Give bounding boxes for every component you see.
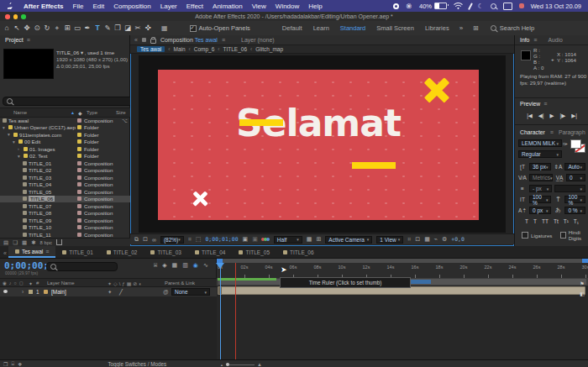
project-row[interactable]: ▾Urban Opener (CC17).aepFolder bbox=[0, 124, 130, 132]
new-folder-icon[interactable]: ❏ bbox=[13, 239, 18, 246]
selection-tool-icon[interactable]: ↖ bbox=[13, 22, 20, 34]
menu-edit[interactable]: Edit bbox=[92, 3, 104, 10]
sort-arrow-icon[interactable]: ▲ bbox=[71, 110, 75, 115]
menu-help[interactable]: Help bbox=[308, 3, 322, 10]
breadcrumb-item[interactable]: Glitch_map bbox=[255, 46, 283, 52]
project-row[interactable]: TITLE_03Composition bbox=[0, 174, 130, 181]
expand-modes-icon[interactable]: ⌸ bbox=[11, 361, 14, 367]
expand-layers-icon[interactable]: ❒ bbox=[3, 361, 8, 367]
puppet-tool-icon[interactable]: ✜ bbox=[144, 22, 151, 34]
interpret-footage-icon[interactable]: ▤ bbox=[3, 239, 8, 246]
play-button[interactable]: ▶ bbox=[550, 113, 554, 119]
project-row[interactable]: TITLE_08Composition bbox=[0, 210, 130, 218]
menu-animation[interactable]: Animation bbox=[213, 3, 243, 10]
project-row[interactable]: TITLE_04Composition bbox=[0, 181, 130, 189]
menubar-clock[interactable]: Wed 13 Oct 20.09 bbox=[531, 3, 581, 10]
breadcrumb-item[interactable]: Main bbox=[173, 46, 185, 52]
project-row[interactable]: TITLE_11Composition bbox=[0, 231, 130, 238]
project-panel-menu-icon[interactable]: ≡ bbox=[27, 37, 30, 43]
layer-effects-icon[interactable]: ╱ bbox=[119, 289, 123, 296]
font-size-dropdown[interactable]: 36 px▾ bbox=[529, 163, 551, 170]
timeline-tab-tes-awal[interactable]: Tes awal≡ bbox=[8, 246, 55, 258]
composition-tab-name[interactable]: Tes awal bbox=[195, 37, 218, 43]
always-preview-icon[interactable]: ⧉ bbox=[134, 236, 139, 243]
zoom-tool-icon[interactable]: ⊙ bbox=[34, 22, 40, 34]
project-row[interactable]: Tes awalComposition⌥ bbox=[0, 117, 130, 124]
camera-dropdown[interactable]: Active Camera▾ bbox=[325, 236, 372, 244]
layer-twirl-icon[interactable]: › bbox=[22, 289, 24, 295]
screen-record-icon[interactable] bbox=[393, 3, 399, 9]
viewer-timecode[interactable]: 0;00;01;00 bbox=[205, 236, 238, 243]
vertical-scale-dropdown[interactable]: 100 %▾ bbox=[529, 196, 551, 203]
timeline-tabs-scroll-icon[interactable]: « bbox=[0, 250, 8, 258]
display-status-icon[interactable] bbox=[503, 3, 512, 10]
faux-bold-button[interactable]: T bbox=[525, 218, 528, 224]
do-not-disturb-icon[interactable]: ☾ bbox=[478, 3, 484, 10]
breadcrumb-item[interactable]: Comp_6 bbox=[194, 46, 215, 52]
motion-blur-icon[interactable]: ◉ bbox=[193, 262, 198, 269]
timeline-search-input[interactable] bbox=[46, 262, 118, 271]
comp-button-icon[interactable]: ◧ bbox=[580, 291, 585, 296]
solo-column-icon[interactable]: ○ bbox=[14, 280, 17, 286]
audio-column-icon[interactable]: ♪ bbox=[9, 280, 12, 286]
type-tool-icon[interactable]: T bbox=[94, 22, 101, 34]
workspace-small-screen[interactable]: Small Screen bbox=[376, 24, 414, 32]
character-panel-menu-icon[interactable]: ≡ bbox=[550, 129, 554, 135]
renderer-icon[interactable]: ⌁ bbox=[434, 236, 438, 243]
eraser-tool-icon[interactable]: ◪ bbox=[124, 22, 131, 34]
faux-italic-button[interactable]: T bbox=[533, 218, 537, 224]
leading-dropdown[interactable]: Auto▾ bbox=[564, 163, 585, 170]
all-caps-button[interactable]: TT bbox=[542, 218, 549, 224]
frame-blending-icon[interactable]: ▥ bbox=[182, 262, 188, 269]
graph-editor-icon[interactable]: ∿ bbox=[203, 262, 208, 269]
twirl-open-icon[interactable]: ▾ bbox=[13, 139, 17, 144]
project-row[interactable]: TITLE_09Composition bbox=[0, 217, 130, 224]
safe-margins-icon[interactable]: ⌗ bbox=[188, 236, 192, 243]
layer-viewer-tab[interactable]: Layer (none) bbox=[241, 37, 275, 43]
twirl-open-icon[interactable]: ▾ bbox=[3, 125, 7, 130]
twirl-closed-icon[interactable]: › bbox=[18, 146, 22, 151]
transparency-grid-icon[interactable]: ▦ bbox=[307, 236, 312, 243]
timeline-button-icon[interactable]: ⊡ bbox=[415, 236, 420, 243]
lock-icon[interactable] bbox=[150, 39, 156, 44]
zoom-slider-handle[interactable] bbox=[226, 363, 229, 366]
spotlight-icon[interactable] bbox=[491, 3, 496, 9]
label-column-icon[interactable]: ✦ bbox=[29, 280, 33, 286]
viewer-collapse-icon[interactable]: « bbox=[134, 37, 138, 43]
project-row[interactable]: ▾02. TextFolder bbox=[0, 153, 130, 160]
info-panel-menu-icon[interactable]: ≡ bbox=[533, 37, 537, 43]
trash-icon[interactable] bbox=[56, 239, 62, 245]
auto-open-panels-toggle[interactable]: Auto-Open Panels bbox=[190, 24, 250, 32]
column-size[interactable]: Size bbox=[116, 110, 126, 115]
stroke-width-dropdown[interactable]: - px▾ bbox=[529, 185, 552, 192]
baseline-shift-dropdown[interactable]: 0 px▾ bbox=[529, 207, 551, 214]
stylus-status-icon[interactable] bbox=[468, 3, 473, 10]
superscript-button[interactable]: T¹ bbox=[564, 218, 569, 224]
ligatures-checkbox[interactable] bbox=[522, 232, 528, 239]
magnification-dropdown[interactable]: (82%)▾ bbox=[160, 236, 184, 244]
zoom-out-mountain-icon[interactable]: ▲ bbox=[220, 363, 223, 367]
small-caps-button[interactable]: Tt bbox=[554, 218, 559, 224]
breadcrumb-current[interactable]: Tes awal bbox=[137, 46, 165, 52]
menu-composition[interactable]: Composition bbox=[113, 3, 150, 10]
parent-link-column[interactable]: Parent & Link bbox=[165, 280, 195, 286]
fill-swatch[interactable] bbox=[570, 139, 581, 149]
timeline-zoom-control[interactable]: ▲ ▲ bbox=[220, 362, 262, 367]
column-type[interactable]: Type bbox=[87, 110, 97, 115]
show-channels-icon[interactable] bbox=[262, 238, 270, 241]
workspace-libraries[interactable]: Libraries bbox=[425, 24, 449, 32]
stroke-style-dropdown[interactable]: ▾ bbox=[554, 185, 585, 192]
info-tab[interactable]: Info bbox=[520, 37, 529, 43]
timeline-tab-menu-icon[interactable]: ≡ bbox=[45, 249, 49, 254]
panel-grid-icon[interactable]: ▦ bbox=[161, 24, 168, 32]
video-column-icon[interactable]: ◉ bbox=[3, 280, 7, 286]
project-search-input[interactable] bbox=[3, 97, 134, 106]
font-style-dropdown[interactable]: Regular▾ bbox=[518, 150, 562, 158]
breadcrumb-item[interactable]: TITLE_06 bbox=[223, 46, 247, 52]
main-viewer-icon[interactable]: ⊡ bbox=[143, 236, 148, 243]
comp-marker-icon[interactable]: ⚑ bbox=[580, 280, 585, 286]
menu-window[interactable]: Window bbox=[276, 3, 299, 10]
pan-behind-tool-icon[interactable]: ⊞ bbox=[64, 22, 71, 34]
adjust-icon[interactable]: ✱ bbox=[31, 239, 35, 246]
home-tool-icon[interactable]: ⌂ bbox=[3, 22, 10, 34]
